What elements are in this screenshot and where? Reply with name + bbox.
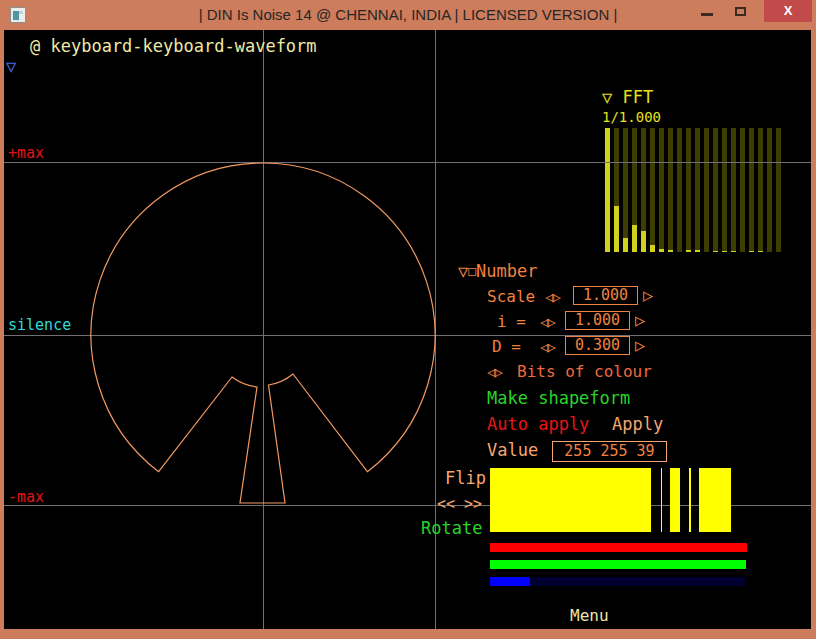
red-bar[interactable]: [490, 543, 747, 552]
i-label: i =: [497, 312, 526, 331]
minimize-button[interactable]: [694, 0, 720, 22]
d-decrement-icon[interactable]: ◁: [540, 338, 547, 356]
scale-value-field[interactable]: 1.000: [573, 286, 638, 305]
titlebar[interactable]: | DIN Is Noise 14 @ CHENNAI, INDIA | LIC…: [0, 0, 816, 30]
rgb-bars: [490, 543, 751, 586]
shift-left-right-buttons[interactable]: << >>: [437, 495, 482, 513]
bits-decrement-icon[interactable]: ◁: [487, 363, 494, 381]
band-stripe: [651, 468, 661, 532]
bits-increment-icon[interactable]: ▷: [494, 363, 501, 381]
scale-next-icon[interactable]: ▷: [643, 285, 653, 305]
waveform-shape-outline: [91, 163, 435, 503]
bits-spinner[interactable]: ◁▷: [487, 363, 501, 381]
app-window: | DIN Is Noise 14 @ CHENNAI, INDIA | LIC…: [0, 0, 816, 639]
d-value-field[interactable]: 0.300: [565, 336, 630, 355]
minimize-icon: [701, 13, 713, 16]
menu-button[interactable]: Menu: [570, 606, 609, 625]
number-panel-title: Number: [476, 261, 537, 281]
make-shapeform-button[interactable]: Make shapeform: [487, 388, 630, 408]
apply-button[interactable]: Apply: [612, 414, 663, 434]
i-spinner[interactable]: ◁▷: [540, 313, 554, 331]
fft-collapse-icon[interactable]: ▽: [602, 87, 612, 107]
i-increment-icon[interactable]: ▷: [547, 313, 554, 331]
green-bar[interactable]: [490, 560, 746, 569]
blue-bar[interactable]: [490, 577, 530, 586]
number-collapse-icon[interactable]: ▽: [458, 261, 468, 281]
fft-range-label: 1/1.000: [602, 109, 661, 125]
fft-header: ▽ FFT: [602, 87, 653, 107]
scale-increment-icon[interactable]: ▷: [552, 288, 559, 306]
d-spinner[interactable]: ◁▷: [540, 338, 554, 356]
color-band[interactable]: [490, 468, 731, 532]
value-field[interactable]: 255 255 39: [552, 441, 667, 462]
number-panel-header: ▽□Number: [458, 261, 538, 281]
band-stripe: [680, 468, 689, 532]
scale-label: Scale: [487, 287, 535, 306]
scale-spinner[interactable]: ◁▷: [545, 288, 559, 306]
flip-button[interactable]: Flip: [445, 468, 486, 488]
d-next-icon[interactable]: ▷: [635, 335, 645, 355]
i-value-field[interactable]: 1.000: [565, 311, 630, 330]
band-stripe: [691, 468, 699, 532]
fft-title: FFT: [623, 87, 654, 107]
value-label: Value: [487, 440, 538, 460]
shapeform-canvas[interactable]: [4, 30, 811, 629]
maximize-button[interactable]: [728, 0, 754, 22]
rotate-button[interactable]: Rotate: [421, 518, 482, 538]
number-pin-icon[interactable]: □: [468, 263, 476, 278]
i-next-icon[interactable]: ▷: [635, 310, 645, 330]
client-area: @ keyboard-keyboard-waveform ▽ +max sile…: [4, 30, 811, 629]
maximize-icon: [735, 7, 746, 16]
band-stripe: [662, 468, 670, 532]
bits-of-colour-label: Bits of colour: [517, 362, 652, 381]
d-increment-icon[interactable]: ▷: [547, 338, 554, 356]
auto-apply-toggle[interactable]: Auto apply: [487, 414, 589, 434]
d-label: D =: [492, 337, 521, 356]
close-button[interactable]: X: [764, 0, 812, 22]
blue-track-bar[interactable]: [530, 577, 745, 586]
i-decrement-icon[interactable]: ◁: [540, 313, 547, 331]
scale-decrement-icon[interactable]: ◁: [545, 288, 552, 306]
